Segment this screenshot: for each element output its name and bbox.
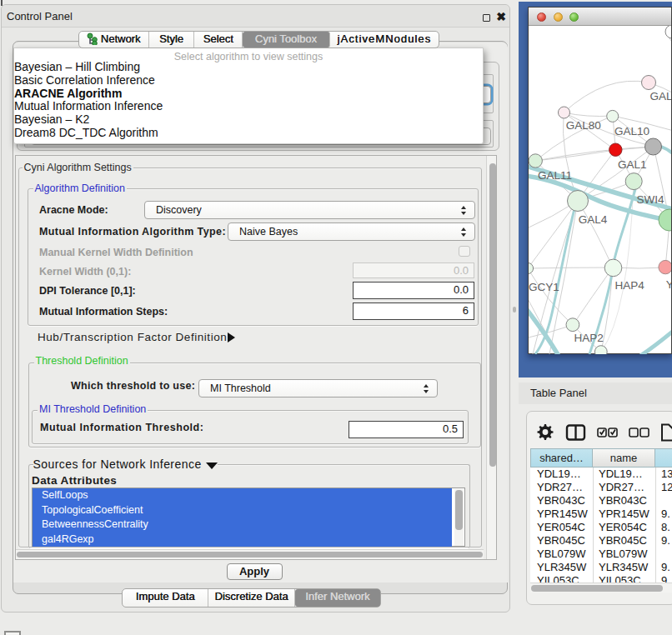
svg-text:GAL1: GAL1 (618, 158, 647, 171)
svg-text:GAL10: GAL10 (614, 125, 649, 138)
svg-text:GAL4: GAL4 (579, 213, 608, 226)
svg-text:GCY1: GCY1 (529, 281, 559, 293)
svg-text:SWI4: SWI4 (637, 193, 664, 206)
svg-text:YJ: YJ (666, 278, 671, 291)
svg-text:HAP4: HAP4 (615, 279, 645, 292)
svg-text:GAL80: GAL80 (566, 119, 601, 132)
svg-text:HAP2: HAP2 (574, 332, 603, 344)
svg-text:GAL: GAL (649, 90, 671, 102)
svg-text:GAL11: GAL11 (538, 169, 572, 182)
